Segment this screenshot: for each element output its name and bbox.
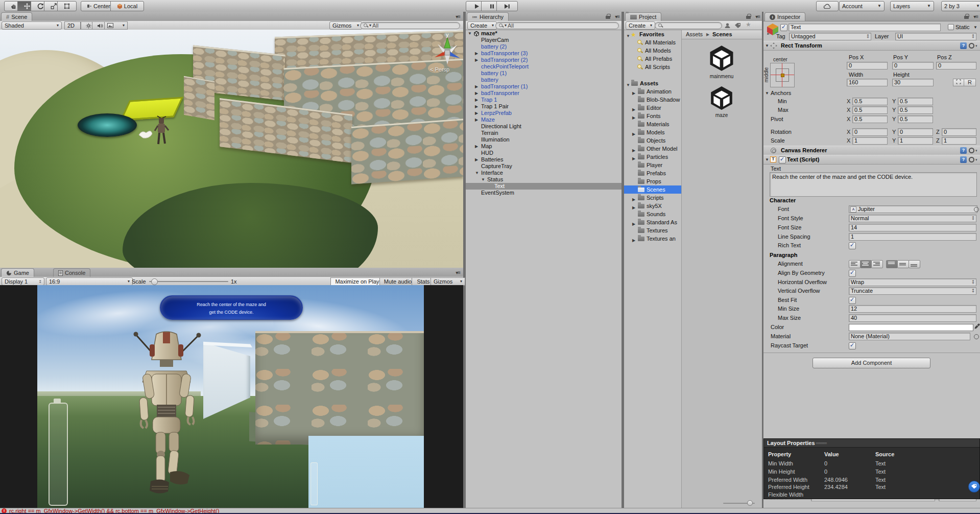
material-object-field[interactable]: None (Material) [849, 333, 970, 340]
text-value-textarea[interactable]: Reach the center of the maze and get the… [770, 172, 977, 197]
pos-y-field[interactable]: 0 [892, 62, 934, 69]
game-gizmos-dropdown[interactable]: Gizmos▾ [431, 277, 465, 286]
project-row[interactable]: All Scripts [624, 63, 681, 71]
max-size-field[interactable]: 40 [849, 314, 976, 322]
hierarchy-row[interactable]: Illumination [466, 136, 622, 143]
text-enabled-checkbox[interactable] [779, 156, 786, 163]
panel-menu-icon[interactable]: ▾≡ [973, 14, 978, 19]
anchors-foldout-row[interactable]: ▼ Anchors [763, 89, 980, 98]
step-button[interactable] [496, 1, 518, 11]
foldout-closed-icon[interactable]: ▶ [632, 220, 635, 226]
layout-properties-title[interactable]: Layout Properties ═══ [764, 439, 979, 448]
project-row[interactable]: Props [624, 177, 681, 185]
project-row[interactable]: Prefabs [624, 169, 681, 177]
hierarchy-row[interactable]: ▼Interface [466, 170, 622, 176]
hierarchy-row[interactable]: battery (2) [466, 43, 622, 50]
hierarchy-row[interactable]: ▶LerpzPrefab [466, 110, 622, 116]
hierarchy-row[interactable]: ▶Map [466, 143, 622, 150]
gameobject-name-field[interactable]: Text [788, 24, 941, 31]
foldout-open-icon[interactable]: ▼ [626, 32, 630, 38]
scene-viewport[interactable]: y < Persp [0, 30, 463, 268]
foldout-closed-icon[interactable]: ▶ [632, 204, 635, 210]
foldout-closed-icon[interactable]: ▶ [475, 90, 478, 97]
hierarchy-row[interactable]: checkPointTeleport [466, 63, 622, 70]
eyedropper-icon[interactable] [974, 323, 980, 330]
layout-dropdown[interactable]: 2 by 3▼ [941, 1, 980, 11]
project-row[interactable]: ▶Scripts [624, 194, 681, 202]
align-right-button[interactable] [871, 260, 883, 268]
lock-icon[interactable] [606, 14, 610, 20]
hierarchy-row[interactable]: ▶Batteries [466, 156, 622, 163]
panel-menu-icon[interactable]: ▾≡ [456, 14, 460, 19]
help-icon[interactable]: ? [960, 42, 967, 49]
pos-z-field[interactable]: 0 [936, 62, 976, 69]
max-y-field[interactable]: 0.5 [898, 106, 933, 114]
foldout-closed-icon[interactable]: ▶ [475, 116, 478, 123]
scene-orientation-gizmo[interactable]: y [432, 31, 463, 72]
add-component-button[interactable]: Add Component [812, 358, 930, 368]
project-row[interactable]: All Prefabs [624, 55, 681, 63]
favorites-star-icon[interactable]: ★ [746, 21, 751, 28]
align-left-button[interactable] [849, 260, 861, 268]
static-dropdown-caret[interactable]: ▼ [973, 26, 977, 30]
help-icon[interactable]: ? [960, 156, 967, 163]
search-by-label-icon[interactable] [734, 22, 741, 29]
tab-inspector[interactable]: iInspector [764, 12, 805, 21]
min-x-field[interactable]: 0.5 [852, 98, 888, 105]
foldout-closed-icon[interactable]: ▶ [475, 57, 478, 63]
hierarchy-row[interactable]: Directional Light [466, 123, 622, 130]
hierarchy-row[interactable]: ▼Status [466, 176, 622, 183]
asset-item[interactable]: mainmenu [700, 44, 743, 79]
lock-icon[interactable] [746, 14, 751, 20]
scene-gizmos-dropdown[interactable]: Gizmos▾ [329, 21, 362, 30]
hierarchy-row[interactable]: PlayerCam [466, 37, 622, 43]
project-row[interactable]: Materials [624, 120, 681, 128]
project-row[interactable]: ▶Editor [624, 104, 681, 112]
foldout-open-icon[interactable]: ▼ [765, 91, 769, 96]
project-row[interactable]: ▶Other Model [624, 145, 681, 153]
account-dropdown[interactable]: Account▼ [839, 1, 885, 11]
font-object-field[interactable]: Jupiter [849, 205, 977, 213]
hierarchy-row[interactable]: ▶badTransporter (2) [466, 57, 622, 63]
hierarchy-row[interactable]: ▶badTransporter [466, 90, 622, 97]
shading-mode-dropdown[interactable]: Shaded▾ [2, 21, 62, 30]
best-fit-checkbox[interactable] [849, 297, 856, 304]
panel-menu-icon[interactable]: ▾≡ [615, 14, 619, 19]
foldout-open-icon[interactable]: ▼ [468, 30, 472, 37]
align-center-button[interactable] [860, 260, 872, 268]
foldout-open-icon[interactable]: ▼ [765, 43, 769, 48]
tab-hierarchy[interactable]: ≔Hierarchy [467, 12, 509, 21]
pivot-y-field[interactable]: 0.5 [898, 115, 933, 123]
tab-project[interactable]: Project [625, 12, 661, 21]
hierarchy-row[interactable]: CaptureTray [466, 163, 622, 170]
foldout-closed-icon[interactable]: ▶ [632, 106, 635, 112]
tab-scene[interactable]: #Scene [1, 12, 32, 21]
rotation-x-field[interactable]: 0 [852, 128, 888, 136]
tab-game[interactable]: Game [1, 268, 34, 277]
hierarchy-create-dropdown[interactable]: Create▾ [467, 21, 497, 30]
project-row-selected[interactable]: Scenes [624, 185, 681, 194]
gameobject-active-checkbox[interactable] [780, 24, 787, 31]
horizontal-overflow-dropdown[interactable]: Wrap [849, 278, 976, 286]
project-row[interactable]: ▼Assets [624, 79, 681, 87]
foldout-closed-icon[interactable]: ▶ [632, 114, 635, 120]
rotation-z-field[interactable]: 0 [942, 128, 976, 136]
object-picker-icon[interactable] [974, 207, 979, 212]
project-search-input[interactable] [655, 22, 722, 29]
min-size-field[interactable]: 12 [849, 305, 976, 313]
thumbnail-size-slider-knob[interactable] [747, 500, 753, 506]
project-row[interactable]: All Materials [624, 38, 681, 46]
project-row[interactable]: Objects [624, 136, 681, 145]
static-checkbox[interactable] [948, 24, 954, 30]
hierarchy-row-selected[interactable]: Text [466, 183, 622, 190]
hierarchy-row[interactable]: battery (1) [466, 70, 622, 77]
notification-badge[interactable] [968, 481, 980, 493]
project-row[interactable]: ▶Particles [624, 153, 681, 161]
align-bottom-button[interactable] [909, 260, 920, 268]
display-dropdown[interactable]: Display 1‡ [2, 277, 44, 286]
hierarchy-row[interactable]: Terrain [466, 130, 622, 136]
scale-y-field[interactable]: 1 [898, 137, 933, 145]
font-size-field[interactable]: 14 [849, 224, 976, 231]
project-row[interactable]: ▶Fonts [624, 112, 681, 120]
layers-dropdown[interactable]: Layers▼ [890, 1, 934, 11]
